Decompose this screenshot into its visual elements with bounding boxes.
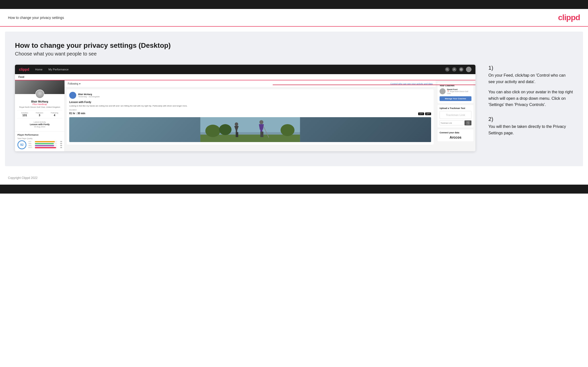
location-icon: 📍 — [447, 91, 449, 92]
bar-app-fill — [35, 143, 54, 144]
svg-point-12 — [235, 122, 238, 126]
golfer-image — [69, 117, 431, 142]
profile-info: Blair McHarg Plus Handicap Royal North D… — [15, 94, 65, 131]
perf-title: Player Performance — [17, 134, 62, 136]
stat-activities-value: 131 — [21, 114, 28, 117]
tag-app: APP — [425, 112, 431, 115]
step1-part2: You can also click on your avatar in the… — [488, 89, 573, 108]
main-subtitle: Choose what you want people to see — [15, 51, 573, 57]
profile-handicap: Plus Handicap — [17, 103, 62, 105]
quality-bars: OTT 90 APP — [28, 141, 62, 149]
bar-app: APP 85 — [28, 143, 62, 144]
bar-arg-label: ARG — [28, 145, 34, 146]
globe-icon — [459, 67, 463, 72]
step1-number: 1) — [488, 65, 573, 71]
right-sidebar: Your Coaches David Ford 📍 Royal North De… — [436, 80, 475, 151]
stat-followers-value: 3 — [36, 114, 43, 117]
post-author: Blair McHarg — [78, 93, 100, 96]
svg-point-0 — [446, 68, 448, 70]
bar-ott-track — [35, 141, 57, 142]
duration-row: 01 hr : 30 min OTT APP — [69, 111, 431, 115]
latest-label: Latest Activity — [20, 121, 60, 123]
post-tags: OTT APP — [418, 112, 431, 115]
quality-row: 92 OTT 90 APP — [17, 140, 62, 149]
post-author-info: Blair McHarg Yesterday · Sunningdale — [78, 93, 100, 98]
avatar-image — [36, 90, 44, 98]
mockup-nav: clippd Home My Performance — [15, 65, 475, 74]
coach-row: David Ford 📍 Royal North Devon Golf Club — [440, 88, 471, 94]
bar-arg-fill — [35, 145, 54, 146]
bar-putt-value: 96 — [58, 147, 62, 148]
bar-ott: OTT 90 — [28, 141, 62, 142]
add-link-button[interactable]: Add Link — [464, 120, 471, 125]
bar-app-value: 85 — [58, 143, 62, 144]
post-card: Blair McHarg Yesterday · Sunningdale Les… — [67, 89, 434, 145]
bottom-bar — [0, 185, 588, 194]
trackman-input[interactable] — [440, 120, 463, 125]
post-avatar — [69, 92, 76, 99]
bar-arg-value: 86 — [58, 145, 62, 146]
search-icon — [445, 67, 450, 72]
profile-avatar — [35, 90, 44, 99]
post-title: Lesson with Fordy — [69, 101, 431, 104]
svg-point-9 — [205, 125, 220, 137]
bar-putt-track — [35, 147, 57, 148]
quality-circle: 92 — [17, 140, 26, 149]
svg-point-18 — [260, 120, 263, 124]
site-header: How to change your privacy settings clip… — [0, 9, 588, 27]
trackman-title: Upload a Trackman Test — [440, 107, 471, 109]
latest-activity: Latest Activity Lesson with Fordy 03 Aug… — [17, 120, 62, 129]
clippd-logo: clippd — [558, 13, 580, 22]
duration-block: Duration 01 hr : 30 min OTT APP — [69, 109, 431, 115]
stat-activities: Activities 131 — [21, 112, 28, 117]
following-button[interactable]: Following ▾ — [68, 82, 80, 85]
svg-point-11 — [281, 124, 295, 136]
arccos-logo: Arccos — [440, 135, 471, 139]
trackman-input-row: Add Link — [440, 120, 471, 125]
bar-app-label: APP — [28, 143, 34, 144]
coaches-card: Your Coaches David Ford 📍 Royal North De… — [438, 82, 473, 103]
stat-following: Following 4 — [51, 112, 58, 117]
following-label: Following — [68, 82, 78, 85]
content-columns: clippd Home My Performance — [15, 65, 573, 151]
avatar-icon — [466, 67, 471, 72]
header-page-title: How to change your privacy settings — [8, 16, 64, 20]
arrow-line — [273, 85, 475, 85]
svg-rect-23 — [262, 132, 263, 137]
duration-value: 01 hr : 30 min — [69, 112, 85, 115]
feed-panel: Following ▾ Control who can see your act… — [65, 80, 436, 151]
instruction-step1: 1) On your Feed, click/tap on 'Control w… — [488, 65, 573, 108]
player-performance: Player Performance Total Player Quality … — [15, 131, 65, 151]
bar-ott-label: OTT — [28, 141, 34, 142]
coach-avatar — [440, 88, 446, 94]
connect-card: Connect your data Arccos — [438, 129, 473, 141]
coach-info: David Ford 📍 Royal North Devon Golf Club — [447, 88, 471, 94]
step2-number: 2) — [488, 116, 573, 122]
quality-label: Total Player Quality — [17, 138, 62, 139]
profile-panel: Blair McHarg Plus Handicap Royal North D… — [15, 80, 65, 151]
connect-title: Connect your data — [440, 131, 471, 134]
svg-rect-16 — [236, 132, 237, 137]
instruction-step2: 2) You will then be taken directly to th… — [488, 116, 573, 136]
bar-arg: ARG 86 — [28, 145, 62, 146]
feed-header: Following ▾ Control who can see your act… — [65, 80, 436, 87]
bar-app-track — [35, 143, 57, 144]
mockup-nav-performance: My Performance — [49, 68, 69, 71]
mockup-nav-right — [445, 67, 471, 72]
post-header: Blair McHarg Yesterday · Sunningdale — [69, 92, 431, 99]
bar-putt-label: PUTT — [28, 147, 34, 148]
mockup-nav-home: Home — [35, 68, 42, 71]
profile-name: Blair McHarg — [17, 100, 62, 103]
mockup-body: Blair McHarg Plus Handicap Royal North D… — [15, 80, 475, 151]
bar-ott-fill — [35, 141, 55, 142]
step2-text: You will then be taken directly to the P… — [488, 123, 573, 136]
profile-club: Royal North Devon Golf Club, United King… — [17, 106, 62, 108]
manage-coaches-button[interactable]: Manage Your Coaches — [440, 96, 471, 101]
bar-putt-fill — [35, 147, 56, 148]
trackman-link-display: Trackman Link — [440, 111, 471, 119]
desktop-mockup: clippd Home My Performance — [15, 65, 475, 151]
tag-ott: OTT — [418, 112, 424, 115]
instructions-panel: 1) On your Feed, click/tap on 'Control w… — [483, 65, 573, 144]
stat-activities-label: Activities — [21, 112, 28, 114]
stat-following-value: 4 — [51, 114, 58, 117]
